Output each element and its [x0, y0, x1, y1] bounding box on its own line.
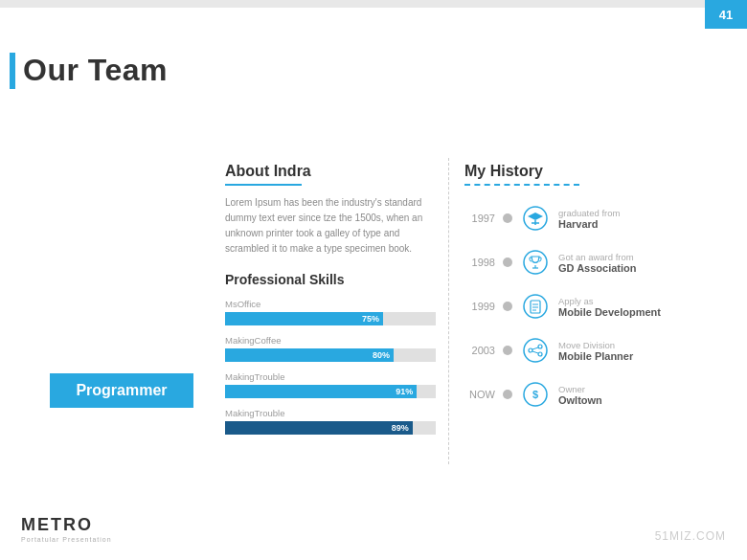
skill-bar-fill: 91%	[225, 385, 417, 398]
about-underline	[225, 184, 302, 186]
page-title: Our Team	[23, 53, 168, 88]
logo-subtitle: Portatular Presentation	[21, 536, 112, 543]
history-main-text: Harvard	[558, 218, 620, 230]
history-title: My History	[464, 163, 723, 180]
history-subtitle: Got an award from	[558, 252, 637, 262]
skill-label: MakingTrouble	[225, 408, 436, 418]
skill-bar-bg: 89%	[225, 421, 436, 435]
title-accent-bar	[10, 53, 15, 89]
svg-text:$: $	[532, 389, 538, 400]
svg-line-17	[532, 351, 538, 353]
programmer-button[interactable]: Programmer	[50, 373, 193, 408]
history-item: NOW $ OwnerOwltown	[464, 379, 723, 410]
history-dot	[503, 346, 512, 355]
graduation-icon	[520, 203, 551, 234]
document-icon	[520, 291, 551, 322]
history-subtitle: Apply as	[558, 296, 661, 306]
skill-pct-label: 91%	[396, 387, 417, 396]
history-year: 1997	[464, 213, 495, 224]
history-underline	[464, 184, 579, 186]
history-subtitle: graduated from	[558, 208, 620, 218]
svg-point-15	[538, 352, 542, 356]
programmer-label: Programmer	[76, 382, 167, 399]
money-icon: $	[520, 379, 551, 410]
history-year: 1998	[464, 257, 495, 268]
history-dot	[503, 213, 512, 223]
skill-item: MakingTrouble89%	[225, 408, 436, 435]
trophy-icon	[520, 247, 551, 278]
history-dot	[503, 302, 512, 311]
svg-point-13	[529, 348, 532, 352]
history-year: NOW	[464, 389, 495, 400]
history-item: 1997 graduated fromHarvard	[464, 203, 723, 234]
history-info: OwnerOwltown	[558, 384, 602, 406]
skills-title: Professional Skills	[225, 272, 436, 287]
skill-bar-bg: 80%	[225, 348, 436, 362]
history-year: 1999	[464, 301, 495, 312]
history-subtitle: Move Division	[558, 340, 633, 350]
history-item: 2003 Move DivisionMobile Planner	[464, 335, 723, 366]
skill-item: MakingTrouble91%	[225, 371, 436, 398]
svg-point-12	[524, 339, 547, 362]
history-info: Got an award fromGD Association	[558, 252, 637, 274]
skill-bar-fill: 89%	[225, 421, 413, 435]
history-item: 1999 Apply asMobile Development	[464, 291, 723, 322]
watermark: 51MIZ.COM	[655, 529, 726, 543]
history-info: graduated fromHarvard	[558, 208, 620, 230]
svg-marker-1	[528, 213, 543, 220]
logo: METRO Portatular Presentation	[21, 515, 112, 543]
logo-name: METRO	[21, 515, 112, 535]
history-subtitle: Owner	[558, 384, 602, 394]
history-main-text: Mobile Planner	[558, 350, 633, 362]
svg-point-7	[524, 295, 547, 318]
share-icon	[520, 335, 551, 366]
skill-bar-fill: 75%	[225, 312, 383, 325]
history-main-text: Mobile Development	[558, 306, 661, 318]
history-main-text: GD Association	[558, 262, 637, 274]
slide: 41 Our Team Programmer About Indra Lorem…	[0, 0, 747, 560]
section-divider	[448, 158, 449, 464]
skill-bar-bg: 75%	[225, 312, 436, 325]
history-dot	[503, 258, 512, 267]
skill-bar-bg: 91%	[225, 385, 436, 398]
skill-label: MsOffice	[225, 299, 436, 309]
skills-list: MsOffice75%MakingCoffee80%MakingTrouble9…	[225, 299, 436, 435]
top-accent-bar	[0, 0, 747, 8]
svg-line-16	[532, 347, 538, 349]
skill-bar-fill: 80%	[225, 348, 394, 362]
history-info: Move DivisionMobile Planner	[558, 340, 633, 362]
skill-pct-label: 75%	[362, 314, 383, 324]
history-section: My History 1997 graduated fromHarvard199…	[464, 163, 723, 410]
about-section: About Indra Lorem Ipsum has been the ind…	[225, 163, 436, 444]
history-dot	[503, 390, 512, 399]
skill-item: MakingCoffee80%	[225, 335, 436, 362]
skill-item: MsOffice75%	[225, 299, 436, 325]
about-title: About Indra	[225, 163, 436, 180]
page-number-badge: 41	[705, 0, 747, 29]
history-list: 1997 graduated fromHarvard1998 Got an aw…	[464, 203, 723, 410]
about-body: Lorem Ipsum has been the industry's stan…	[225, 195, 436, 257]
history-info: Apply asMobile Development	[558, 296, 661, 318]
history-item: 1998 Got an award fromGD Association	[464, 247, 723, 278]
svg-point-14	[538, 345, 542, 348]
skill-pct-label: 80%	[373, 350, 394, 360]
skill-label: MakingCoffee	[225, 335, 436, 346]
history-year: 2003	[464, 345, 495, 356]
skill-pct-label: 89%	[392, 423, 413, 433]
skill-label: MakingTrouble	[225, 371, 436, 382]
history-main-text: Owltown	[558, 394, 602, 406]
page-number-text: 41	[719, 8, 733, 22]
